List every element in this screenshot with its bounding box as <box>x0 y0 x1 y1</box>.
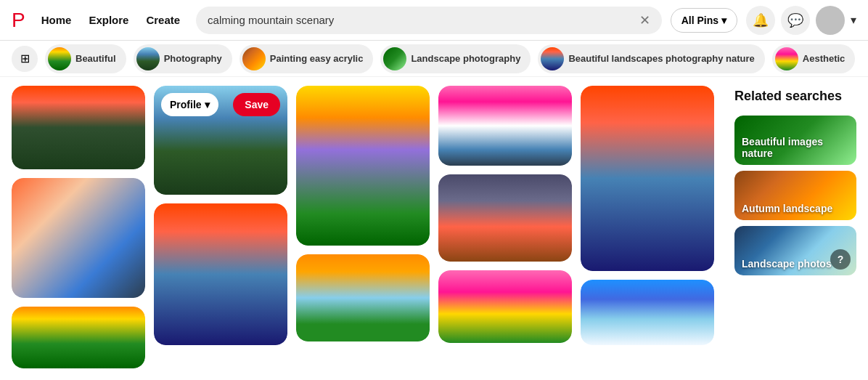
pin-card[interactable] <box>438 86 572 166</box>
filter-thumb-landscape <box>383 47 406 70</box>
filter-chip-acrylic[interactable]: Painting easy acrylic <box>239 44 374 73</box>
app-header: P Home Explore Create ✕ All Pins ▾ 🔔 💬 ▾ <box>0 0 868 41</box>
user-menu-chevron[interactable]: ▾ <box>851 13 856 27</box>
related-card-label: Autumn landscape <box>734 197 856 220</box>
pin-image <box>438 86 572 166</box>
pin-actions-overlay: Profile ▾ Save <box>154 86 287 124</box>
all-pins-label: All Pins <box>681 15 718 26</box>
pin-image <box>154 203 287 345</box>
pin-image <box>12 178 145 298</box>
pin-card[interactable] <box>581 86 714 271</box>
search-input[interactable] <box>208 14 634 26</box>
pin-card[interactable] <box>12 307 145 368</box>
nav-home[interactable]: Home <box>34 9 79 31</box>
pin-card[interactable] <box>296 86 430 246</box>
filter-thumb-beautiful <box>48 47 71 70</box>
pin-image <box>438 270 572 343</box>
filter-chip-photography-label: Photography <box>164 53 222 64</box>
filter-chip-acrylic-label: Painting easy acrylic <box>270 53 364 64</box>
header-icons: 🔔 💬 ▾ <box>746 6 856 35</box>
pin-card[interactable] <box>296 254 430 341</box>
filter-thumb-photography <box>136 47 160 70</box>
filter-thumb-acrylic <box>242 47 266 70</box>
nav-explore[interactable]: Explore <box>81 9 136 31</box>
pin-card[interactable] <box>154 203 287 345</box>
messages-button[interactable]: 💬 <box>781 6 810 35</box>
pin-column-1 <box>12 86 145 371</box>
pin-column-5 <box>581 86 714 371</box>
filter-chip-beautiful-label: Beautiful <box>75 53 116 64</box>
pin-card[interactable] <box>581 280 714 345</box>
pin-image <box>438 174 572 262</box>
filter-chip-landscape-label: Landscape photography <box>411 53 520 64</box>
filter-options-button[interactable]: ⊞ <box>12 46 38 72</box>
filter-chip-beautiful[interactable]: Beautiful <box>45 44 126 73</box>
all-pins-dropdown[interactable]: All Pins ▾ <box>671 8 737 33</box>
main-content: Profile ▾ Save <box>0 77 868 380</box>
related-card-beautiful-nature[interactable]: Beautiful images nature <box>734 116 856 165</box>
filter-icon: ⊞ <box>20 52 30 65</box>
profile-chevron-icon: ▾ <box>205 99 210 110</box>
pinterest-logo[interactable]: P <box>12 9 25 32</box>
filter-bar: ⊞ Beautiful Photography Painting easy ac… <box>0 41 868 77</box>
pin-image <box>12 307 145 368</box>
pin-card[interactable] <box>438 174 572 262</box>
filter-chip-landscape-photo[interactable]: Landscape photography <box>380 44 531 73</box>
pin-image <box>581 280 714 345</box>
nav-create[interactable]: Create <box>139 9 187 31</box>
filter-chip-beautiful-landscapes-label: Beautiful landscapes photography nature <box>568 53 754 64</box>
related-card-label: Beautiful images nature <box>734 130 856 165</box>
help-icon[interactable]: ? <box>830 249 851 270</box>
pin-column-2: Profile ▾ Save <box>154 86 287 371</box>
pin-image <box>296 254 430 341</box>
related-card-landscape-photos[interactable]: Landscape photos ? <box>734 226 856 275</box>
pin-image <box>581 86 714 271</box>
filter-chip-beautiful-landscapes[interactable]: Beautiful landscapes photography nature <box>538 44 764 73</box>
save-button[interactable]: Save <box>233 93 280 116</box>
pin-image <box>296 86 430 246</box>
profile-label: Profile <box>170 99 202 110</box>
pins-grid: Profile ▾ Save <box>0 77 723 380</box>
search-clear-icon[interactable]: ✕ <box>639 12 650 28</box>
related-searches-sidebar: Related searches Beautiful images nature… <box>723 77 868 380</box>
pin-card[interactable] <box>12 86 145 169</box>
pin-card[interactable] <box>438 270 572 343</box>
pin-column-3 <box>296 86 430 371</box>
filter-chip-photography[interactable]: Photography <box>134 44 232 73</box>
profile-button[interactable]: Profile ▾ <box>161 93 218 116</box>
filter-thumb-aesthetic <box>775 47 798 70</box>
filter-chip-aesthetic-label: Aesthetic <box>803 53 846 64</box>
all-pins-chevron: ▾ <box>721 15 726 26</box>
pin-card-active[interactable]: Profile ▾ Save <box>154 86 287 195</box>
main-nav: Home Explore Create <box>34 9 187 31</box>
filter-chip-aesthetic[interactable]: Aesthetic <box>772 44 856 73</box>
related-card-autumn[interactable]: Autumn landscape <box>734 171 856 220</box>
pin-card[interactable] <box>12 178 145 298</box>
user-avatar[interactable] <box>816 6 845 35</box>
notifications-button[interactable]: 🔔 <box>746 6 775 35</box>
pin-image <box>12 86 145 169</box>
related-searches-title: Related searches <box>734 83 856 110</box>
filter-thumb-beautiful-landscapes <box>541 47 564 70</box>
search-bar: ✕ <box>196 7 662 34</box>
pin-column-4 <box>438 86 572 371</box>
